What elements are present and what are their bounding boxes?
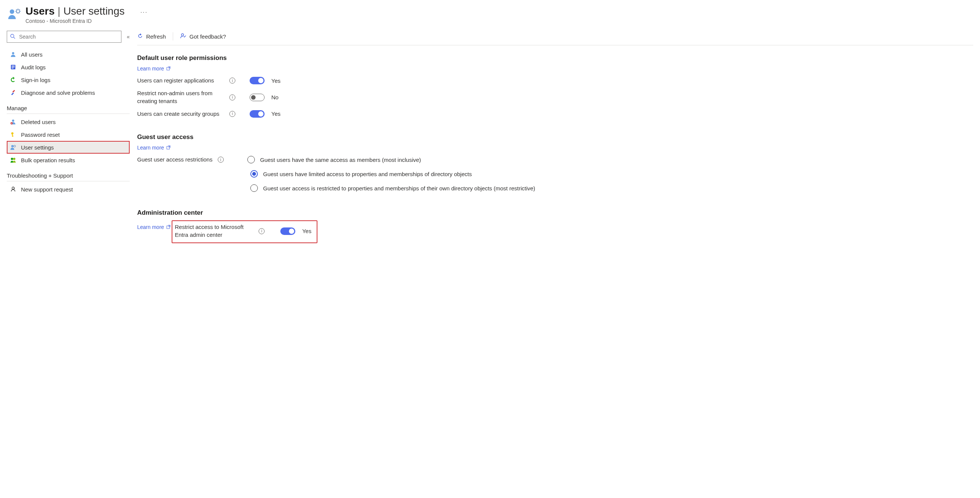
- toggle-register-apps-value: Yes: [271, 78, 280, 84]
- section-guest-access-title: Guest user access: [137, 134, 973, 141]
- log-icon: [10, 64, 16, 70]
- sidebar-item-label: All users: [21, 51, 43, 58]
- sidebar-item-label: Diagnose and solve problems: [21, 89, 95, 96]
- setting-restrict-admin-label: Restrict access to Microsoft Entra admin…: [175, 223, 253, 239]
- sidebar-item-label: Sign-in logs: [21, 77, 50, 83]
- info-icon[interactable]: i: [229, 111, 235, 117]
- svg-point-26: [11, 158, 13, 160]
- setting-create-groups-label: Users can create security groups: [137, 110, 224, 118]
- svg-point-0: [10, 10, 14, 14]
- info-icon[interactable]: i: [259, 228, 264, 234]
- external-link-icon: [166, 65, 170, 72]
- learn-more-link-3[interactable]: Learn more: [137, 224, 170, 230]
- collapse-sidebar-icon[interactable]: «: [127, 34, 130, 40]
- info-icon[interactable]: i: [218, 157, 224, 162]
- setting-guest-restrictions-label: Guest user access restrictions: [137, 156, 213, 163]
- learn-more-link-2[interactable]: Learn more: [137, 145, 170, 151]
- svg-point-11: [11, 34, 14, 37]
- svg-rect-20: [11, 123, 13, 123]
- more-actions-icon[interactable]: ···: [140, 9, 148, 16]
- toggle-restrict-tenants[interactable]: [250, 94, 264, 101]
- svg-point-27: [13, 158, 15, 160]
- search-input[interactable]: [18, 33, 118, 40]
- external-link-icon: [166, 224, 170, 230]
- bulk-icon: [10, 157, 16, 163]
- svg-line-7: [16, 10, 17, 10]
- toggle-restrict-admin[interactable]: [280, 228, 295, 235]
- learn-more-label: Learn more: [137, 224, 164, 230]
- highlighted-restrict-admin-center: Restrict access to Microsoft Entra admin…: [172, 220, 317, 243]
- sidebar-section-troubleshooting: Troubleshooting + Support: [7, 166, 130, 181]
- refresh-icon: [137, 33, 143, 40]
- sidebar-item-diagnose[interactable]: Diagnose and solve problems: [7, 86, 130, 99]
- toggle-restrict-admin-value: Yes: [302, 228, 311, 234]
- setting-restrict-tenants-label: Restrict non-admin users from creating t…: [137, 89, 224, 105]
- user-icon: [10, 51, 16, 58]
- info-icon[interactable]: i: [229, 94, 235, 100]
- svg-rect-17: [12, 68, 13, 68]
- feedback-icon: [180, 33, 187, 40]
- deleted-user-icon: [10, 118, 16, 125]
- sidebar-item-label: Audit logs: [21, 64, 46, 70]
- user-settings-icon: [10, 144, 16, 151]
- refresh-label: Refresh: [146, 33, 166, 40]
- toggle-create-groups-value: Yes: [271, 111, 280, 117]
- page-subtitle: Contoso - Microsoft Entra ID: [25, 18, 125, 24]
- support-icon: [10, 186, 16, 193]
- svg-point-13: [12, 52, 14, 54]
- sidebar-item-all-users[interactable]: All users: [7, 48, 130, 61]
- section-admin-center-title: Administration center: [137, 209, 973, 216]
- feedback-button[interactable]: Got feedback?: [180, 33, 226, 40]
- svg-rect-16: [12, 67, 14, 67]
- key-icon: [10, 131, 16, 138]
- sidebar-item-label: Bulk operation results: [21, 157, 75, 163]
- radio-guest-opt3[interactable]: [250, 185, 258, 192]
- radio-guest-opt1-label: Guest users have the same access as memb…: [260, 157, 421, 163]
- svg-line-12: [13, 37, 15, 38]
- svg-point-28: [12, 187, 14, 189]
- info-icon[interactable]: i: [229, 78, 235, 84]
- setting-register-apps-label: Users can register applications: [137, 77, 224, 84]
- svg-line-9: [16, 13, 17, 13]
- sidebar-item-signin-logs[interactable]: Sign-in logs: [7, 73, 130, 86]
- radio-guest-opt2-label: Guest users have limited access to prope…: [263, 171, 472, 177]
- sidebar-item-label: Deleted users: [21, 119, 56, 125]
- learn-more-link-1[interactable]: Learn more: [137, 65, 170, 72]
- svg-point-29: [181, 34, 184, 36]
- svg-point-18: [12, 119, 14, 122]
- section-default-permissions-title: Default user role permissions: [137, 54, 973, 62]
- sidebar-item-label: New support request: [21, 186, 73, 193]
- refresh-button[interactable]: Refresh: [137, 33, 166, 40]
- sidebar-section-manage: Manage: [7, 99, 130, 114]
- users-gear-icon: [7, 7, 21, 21]
- svg-line-10: [19, 10, 20, 10]
- radio-guest-opt1[interactable]: [247, 156, 255, 163]
- sidebar-item-user-settings[interactable]: User settings: [7, 141, 130, 154]
- sidebar-item-label: User settings: [21, 144, 54, 151]
- sidebar-item-password-reset[interactable]: Password reset: [7, 128, 130, 141]
- svg-point-25: [14, 145, 16, 147]
- search-icon: [10, 34, 15, 40]
- page-title-strong: Users: [25, 5, 55, 17]
- sidebar-item-deleted-users[interactable]: Deleted users: [7, 115, 130, 128]
- sidebar-item-support-request[interactable]: New support request: [7, 183, 130, 196]
- feedback-label: Got feedback?: [189, 33, 226, 40]
- sidebar-item-bulk-results[interactable]: Bulk operation results: [7, 154, 130, 166]
- title-separator: |: [58, 5, 60, 17]
- learn-more-label: Learn more: [137, 145, 164, 151]
- radio-guest-opt2[interactable]: [250, 170, 258, 178]
- svg-rect-15: [12, 65, 14, 66]
- sidebar-search[interactable]: [7, 31, 121, 43]
- external-link-icon: [166, 145, 170, 151]
- signin-icon: [10, 76, 16, 83]
- toggle-register-apps[interactable]: [250, 77, 264, 84]
- toggle-create-groups[interactable]: [250, 110, 264, 118]
- page-title-light: User settings: [63, 5, 124, 17]
- sidebar-item-audit-logs[interactable]: Audit logs: [7, 61, 130, 73]
- wrench-icon: [10, 89, 16, 96]
- sidebar-item-label: Password reset: [21, 132, 60, 138]
- svg-point-24: [11, 145, 13, 147]
- svg-point-2: [16, 10, 19, 13]
- radio-guest-opt3-label: Guest user access is restricted to prope…: [263, 185, 535, 191]
- svg-rect-23: [12, 136, 13, 137]
